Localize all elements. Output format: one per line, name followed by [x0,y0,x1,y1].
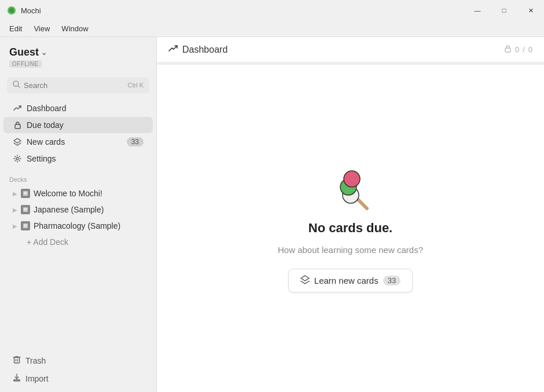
sidebar-item-trash[interactable]: Trash [3,352,153,369]
sidebar-item-new-cards[interactable]: New cards 33 [3,134,153,150]
menu-edit[interactable]: Edit [5,22,27,35]
svg-rect-12 [24,210,26,210]
learn-button-badge: 33 [383,276,400,285]
svg-rect-8 [24,192,27,193]
trending-up-icon [13,104,22,113]
user-chevron-icon: ⌄ [41,49,47,57]
sidebar-item-due-today[interactable]: Due today [3,117,153,133]
layers-icon-button [300,275,310,286]
sidebar-item-dashboard[interactable]: Dashboard [3,100,153,116]
window-controls: — □ ✕ [464,0,544,21]
menu-view[interactable]: View [29,22,54,35]
offline-badge: OFFLINE [9,60,42,68]
deck-icon-welcome [21,189,30,198]
sidebar-item-new-cards-label: New cards [27,137,65,146]
stat-left: 0 [515,45,519,54]
svg-rect-14 [24,225,27,225]
deck-icon-japanese [21,205,30,214]
minimize-button[interactable]: — [464,0,491,21]
header-stats: 0 / 0 [504,45,532,54]
sidebar-deck-japanese-label: Japanese (Sample) [34,205,104,214]
app-icon [7,6,16,15]
import-label: Import [25,374,49,383]
svg-rect-16 [14,357,20,363]
svg-rect-9 [24,193,26,194]
svg-rect-11 [24,208,27,209]
svg-point-6 [16,157,19,160]
sidebar-deck-pharmacology[interactable]: ▶ Pharmacology (Sample) [3,218,153,234]
stat-right: 0 [528,45,532,54]
user-name[interactable]: Guest ⌄ [9,46,147,58]
main-header: Dashboard 0 / 0 [157,37,544,63]
gear-icon [13,154,22,163]
svg-point-1 [9,8,14,13]
sidebar-item-settings-label: Settings [27,154,56,163]
maximize-button[interactable]: □ [491,0,517,21]
sidebar-item-settings[interactable]: Settings [3,151,153,167]
add-deck-label: + Add Deck [27,237,68,247]
search-input[interactable] [24,81,124,90]
trash-icon [13,356,21,366]
chevron-right-icon-3: ▶ [13,223,17,229]
layers-icon [13,137,22,146]
app-title: Mochi [21,6,41,15]
app-body: Guest ⌄ OFFLINE Ctrl K [0,37,544,392]
svg-marker-25 [301,276,309,281]
search-bar[interactable]: Ctrl K [7,77,149,93]
close-button[interactable]: ✕ [517,0,544,21]
sidebar-deck-welcome-label: Welcome to Mochi! [34,189,102,198]
svg-rect-20 [505,48,510,52]
trash-label: Trash [25,356,46,365]
sidebar: Guest ⌄ OFFLINE Ctrl K [0,37,156,392]
lock-icon [13,120,22,130]
svg-line-3 [18,86,20,87]
sidebar-item-due-today-label: Due today [27,120,64,130]
import-icon [13,373,21,384]
lock-icon-header [504,45,512,54]
svg-rect-15 [24,226,26,226]
chevron-right-icon: ▶ [13,190,17,197]
svg-point-24 [344,171,360,187]
add-deck-button[interactable]: + Add Deck [3,234,153,250]
sidebar-deck-japanese[interactable]: ▶ Japanese (Sample) [3,202,153,218]
menu-window[interactable]: Window [57,22,93,35]
sidebar-user: Guest ⌄ OFFLINE [0,46,156,77]
main-content: Dashboard 0 / 0 [156,37,544,392]
sidebar-nav: Dashboard Due today Ne [0,100,156,167]
decks-section-label: Decks [0,171,156,185]
trending-up-icon-main [168,44,178,55]
svg-rect-4 [15,124,20,129]
learn-button-label: Learn new cards [314,276,378,285]
learn-new-cards-button[interactable]: Learn new cards 33 [288,269,413,292]
chevron-right-icon-2: ▶ [13,207,17,213]
svg-marker-5 [14,138,21,143]
menu-bar: Edit View Window [0,21,544,37]
sidebar-bottom: Trash Import [0,352,156,387]
mochi-illustration [328,165,374,211]
title-bar: Mochi — □ ✕ [0,0,544,21]
new-cards-badge: 33 [127,137,144,146]
sidebar-deck-welcome[interactable]: ▶ Welcome to Mochi! [3,185,153,202]
main-body: No cards due. How about learning some ne… [157,65,544,392]
stat-sep: / [523,45,525,54]
main-title: Dashboard [182,45,499,55]
sidebar-item-dashboard-label: Dashboard [27,104,67,113]
sidebar-deck-pharmacology-label: Pharmacology (Sample) [34,221,120,230]
deck-icon-pharmacology [21,221,30,230]
no-cards-subtitle: How about learning some new cards? [278,245,423,255]
search-icon [13,80,20,90]
sidebar-item-import[interactable]: Import [3,370,153,387]
no-cards-title: No cards due. [308,221,392,236]
search-shortcut: Ctrl K [128,82,144,89]
